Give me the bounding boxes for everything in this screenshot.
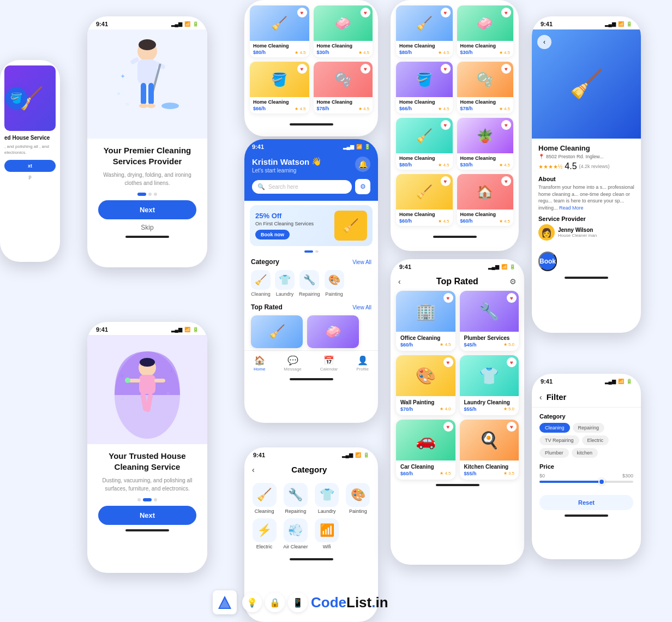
service-card-1[interactable]: 🧹 ♥ Home Cleaning $80/h ★ 4.5	[250, 5, 309, 57]
tr-list-card-4[interactable]: 👕 ♥ Laundry Cleaning $55/h ★ 5.0	[460, 355, 519, 415]
nav-message[interactable]: 💬 Message	[284, 355, 301, 372]
chip-cleaning[interactable]: Cleaning	[539, 423, 570, 433]
service-card-4[interactable]: 🫧 ♥ Home Cleaning $78/h ★ 4.5	[314, 62, 373, 113]
heart-icon-1[interactable]: ♥	[297, 8, 307, 17]
listing-heart-1[interactable]: ♥	[441, 8, 451, 17]
tr-price-2: $45/h	[464, 342, 477, 348]
svg-text:✦: ✦	[119, 372, 125, 380]
tr-card-1[interactable]: 🧹	[251, 315, 303, 348]
greeting-emoji: 👋	[311, 157, 322, 166]
tr-list-card-3[interactable]: 🎨 ♥ Wall Painting $70/h ★ 4.0	[396, 355, 455, 415]
chip-electric[interactable]: Electric	[582, 435, 609, 445]
signal-icon-1: ▂▄▆	[171, 21, 182, 27]
listing-card-4[interactable]: 🫧 ♥ Home Cleaning $78/h ★ 4.5	[457, 62, 514, 113]
chip-repairing[interactable]: Repairing	[573, 423, 605, 433]
chip-plumber[interactable]: Plumber	[539, 448, 569, 458]
cat-grid-wifi[interactable]: 📶 Wifi	[314, 518, 340, 549]
cat-item-repairing[interactable]: 🔧 Repairing	[299, 270, 320, 297]
chip-kitchen[interactable]: kitchen	[572, 448, 598, 458]
listing-heart-4[interactable]: ♥	[501, 64, 511, 74]
home-bar-toprated	[436, 484, 479, 486]
tr-heart-2[interactable]: ♥	[507, 293, 517, 303]
listing-card-8[interactable]: 🏠 ♥ Home Cleaning $60/h ★ 4.5	[457, 174, 514, 226]
filter-back-button[interactable]: ‹	[539, 393, 542, 402]
detail-back-button[interactable]: ‹	[537, 35, 551, 49]
listing-card-5[interactable]: 🧹 ♥ Home Cleaning $80/h ★ 4.5	[396, 118, 453, 170]
listing-card-7[interactable]: 🧹 ♥ Home Cleaning $60/h ★ 4.5	[396, 174, 453, 226]
next-button-2[interactable]: Next	[98, 506, 196, 525]
cat-item-laundry[interactable]: 👕 Laundry	[275, 270, 295, 297]
service-card-2[interactable]: 🧼 ♥ Home Cleaning $30/h ★ 4.5	[314, 5, 373, 57]
search-bar[interactable]: 🔍 Search here	[252, 180, 352, 194]
heart-icon-4[interactable]: ♥	[361, 64, 370, 74]
chip-tv-repairing[interactable]: TV Repairing	[539, 435, 579, 445]
book-now-button[interactable]: Book now	[255, 230, 290, 240]
book-button[interactable]: Book	[538, 252, 557, 271]
tr-card-2[interactable]: 🧼	[307, 315, 359, 348]
tr-list-card-6[interactable]: 🍳 ♥ Kitchen Cleaning $55/h ★ 3.5	[460, 420, 519, 480]
cat-grid-cleaning[interactable]: 🧹 Cleaning	[251, 483, 278, 514]
onboard-desc-2: Dusting, vacuuming, and polishing all su…	[98, 476, 196, 493]
tr-title-1: Office Cleaning	[400, 335, 451, 341]
home-top-bar: Kristin Watson 👋 Let's start learning 🔔 …	[244, 152, 378, 201]
cat-grid-electric[interactable]: ⚡ Electric	[251, 518, 278, 549]
price-range-bar[interactable]	[539, 481, 633, 483]
tr-heart-4[interactable]: ♥	[507, 357, 517, 367]
category-grid: 🧹 Cleaning 🔧 Repairing 👕 Laundry 🎨 Paint…	[244, 479, 378, 554]
next-button-1[interactable]: Next	[98, 200, 196, 219]
listing-heart-7[interactable]: ♥	[441, 176, 451, 186]
tr-heart-5[interactable]: ♥	[443, 422, 453, 432]
listing-heart-5[interactable]: ♥	[441, 120, 451, 130]
heart-icon-2[interactable]: ♥	[361, 8, 370, 17]
heart-icon-3[interactable]: ♥	[297, 64, 307, 74]
listing-card-6[interactable]: 🪴 ♥ Home Cleaning $30/h ★ 4.5	[457, 118, 514, 170]
tr-heart-1[interactable]: ♥	[443, 293, 453, 303]
cat-grid-repairing[interactable]: 🔧 Repairing	[282, 483, 309, 514]
skip-button-1[interactable]: Skip	[87, 224, 207, 231]
banner-subtitle: On First Cleaning Services	[255, 221, 314, 226]
edge-next-button[interactable]: xt	[4, 160, 56, 172]
sidebar-icon[interactable]: 🪣	[5, 87, 27, 109]
cat-grid-aircleaner[interactable]: 💨 Air Cleaner	[282, 518, 309, 549]
notification-icon[interactable]: 🔔	[355, 157, 370, 172]
cat-item-painting[interactable]: 🎨 Painting	[325, 270, 344, 297]
cat-grid-laundry[interactable]: 👕 Laundry	[314, 483, 340, 514]
nav-profile[interactable]: 👤 Profile	[356, 355, 369, 372]
phone-detail: 9:41 ▂▄▆ 📶 🔋 🧹 ‹ Home Cleaning 📍 8502 Pr…	[532, 16, 641, 333]
tr-list-card-1[interactable]: 🏢 ♥ Office Cleaning $60/h ★ 4.5	[396, 291, 455, 351]
watermark-text: CodeList.in	[311, 594, 388, 611]
reset-button[interactable]: Reset	[539, 495, 633, 510]
category-back-button[interactable]: ‹	[252, 465, 255, 474]
dot-1	[137, 193, 146, 196]
listing-card-2[interactable]: 🧼 ♥ Home Cleaning $30/h ★ 4.5	[457, 5, 514, 57]
nav-calendar[interactable]: 📅 Calendar	[320, 355, 338, 372]
listing-heart-3[interactable]: ♥	[441, 64, 451, 74]
listing-title-3: Home Cleaning	[399, 99, 449, 105]
tr-heart-6[interactable]: ♥	[507, 422, 517, 432]
listing-card-1[interactable]: 🧹 ♥ Home Cleaning $80/h ★ 4.5	[396, 5, 453, 57]
svg-rect-19	[154, 379, 165, 382]
tr-list-card-2[interactable]: 🔧 ♥ Plumber Services $45/h ★ 5.0	[460, 291, 519, 351]
filter-button[interactable]: ⚙	[355, 179, 370, 194]
toprated-filter-icon[interactable]: ⚙	[509, 277, 517, 286]
listing-rating-4: ★ 4.5	[499, 106, 510, 111]
listing-heart-6[interactable]: ♥	[501, 120, 511, 130]
tr-rating-5: ★ 4.5	[440, 471, 451, 476]
tr-list-card-5[interactable]: 🚗 ♥ Car Cleaning $60/h ★ 4.5	[396, 420, 455, 480]
nav-home[interactable]: 🏠 Home	[254, 355, 265, 372]
listing-heart-8[interactable]: ♥	[501, 176, 511, 186]
cat-item-cleaning[interactable]: 🧹 Cleaning	[251, 270, 271, 297]
toprated-back-button[interactable]: ‹	[398, 277, 401, 286]
range-thumb[interactable]	[598, 479, 605, 485]
service-card-3[interactable]: 🪣 ♥ Home Cleaning $66/h ★ 4.5	[250, 62, 309, 113]
category-view-all[interactable]: View All	[352, 259, 371, 265]
cat-grid-painting[interactable]: 🎨 Painting	[345, 483, 371, 514]
toprated-view-all[interactable]: View All	[352, 304, 371, 310]
listing-heart-2[interactable]: ♥	[501, 8, 511, 17]
search-placeholder: Search here	[268, 184, 298, 190]
listing-card-3[interactable]: 🪣 ♥ Home Cleaning $66/h ★ 4.5	[396, 62, 453, 113]
provider-info: Jenny Wilson House Cleaner man	[558, 227, 597, 238]
tr-heart-3[interactable]: ♥	[443, 357, 453, 367]
read-more-button[interactable]: Read More	[559, 205, 584, 211]
service-card-img-1: 🧹 ♥	[250, 5, 309, 41]
